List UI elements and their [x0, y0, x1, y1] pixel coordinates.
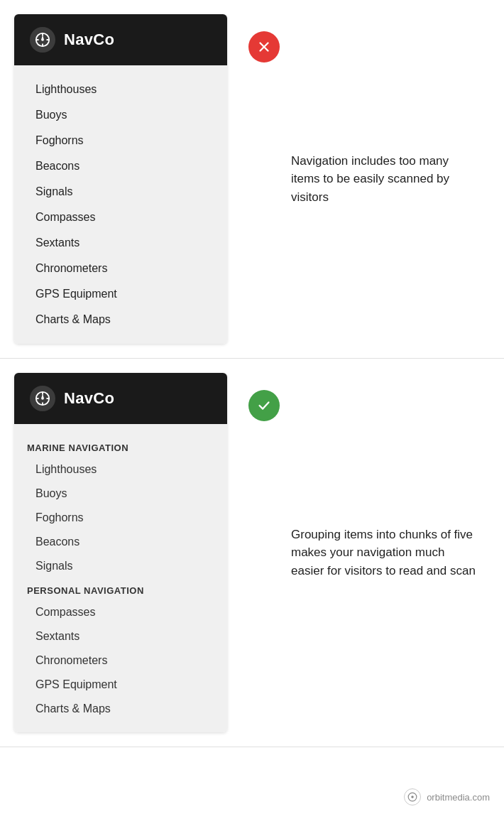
- nav-item-sextants-1[interactable]: Sextants: [14, 230, 227, 256]
- section-2: NavCo MARINE NAVIGATION Lighthouses Buoy…: [0, 359, 504, 747]
- error-icon: [248, 31, 280, 63]
- nav-panel-1: NavCo Lighthouses Buoys Foghorns Beacons…: [14, 14, 227, 344]
- nav-item-beacons-2[interactable]: Beacons: [14, 530, 227, 554]
- footer-url: orbitmedia.com: [427, 792, 490, 803]
- nav-item-lighthouses-2[interactable]: Lighthouses: [14, 457, 227, 482]
- nav-logo-icon-2: [30, 386, 55, 411]
- nav-item-buoys-1[interactable]: Buoys: [14, 102, 227, 128]
- nav-item-sextants-2[interactable]: Sextants: [14, 624, 227, 649]
- nav-item-compasses-2[interactable]: Compasses: [14, 600, 227, 624]
- feedback-text-1: Navigation includes too many items to be…: [291, 152, 476, 207]
- nav-group-header-marine: MARINE NAVIGATION: [14, 435, 227, 457]
- nav-body-2: MARINE NAVIGATION Lighthouses Buoys Fogh…: [14, 424, 227, 732]
- svg-point-15: [411, 796, 414, 798]
- footer: orbitmedia.com: [404, 788, 490, 805]
- nav-item-signals-1[interactable]: Signals: [14, 179, 227, 205]
- success-icon: [248, 390, 280, 421]
- nav-panel-2: NavCo MARINE NAVIGATION Lighthouses Buoy…: [14, 373, 227, 732]
- nav-item-lighthouses-1[interactable]: Lighthouses: [14, 77, 227, 102]
- nav-item-signals-2[interactable]: Signals: [14, 554, 227, 578]
- feedback-area-1: Navigation includes too many items to be…: [227, 14, 490, 344]
- nav-item-foghorns-2[interactable]: Foghorns: [14, 506, 227, 530]
- nav-item-chronometers-2[interactable]: Chronometers: [14, 649, 227, 673]
- feedback-text-2: Grouping items into chunks of five makes…: [291, 526, 476, 580]
- svg-marker-13: [41, 394, 44, 398]
- nav-header-2: NavCo: [14, 373, 227, 424]
- nav-item-foghorns-1[interactable]: Foghorns: [14, 128, 227, 153]
- nav-brand-name-2: NavCo: [64, 389, 114, 408]
- nav-item-beacons-1[interactable]: Beacons: [14, 153, 227, 179]
- nav-brand-name-1: NavCo: [64, 31, 114, 49]
- nav-item-charts-2[interactable]: Charts & Maps: [14, 697, 227, 721]
- nav-item-chronometers-1[interactable]: Chronometers: [14, 256, 227, 281]
- svg-marker-6: [41, 35, 44, 40]
- nav-logo-icon-1: [30, 27, 55, 53]
- nav-item-charts-1[interactable]: Charts & Maps: [14, 307, 227, 332]
- feedback-area-2: Grouping items into chunks of five makes…: [227, 373, 490, 732]
- nav-item-gps-1[interactable]: GPS Equipment: [14, 281, 227, 307]
- nav-group-header-personal: PERSONAL NAVIGATION: [14, 578, 227, 600]
- nav-body-1: Lighthouses Buoys Foghorns Beacons Signa…: [14, 65, 227, 344]
- nav-header-1: NavCo: [14, 14, 227, 65]
- nav-item-gps-2[interactable]: GPS Equipment: [14, 673, 227, 697]
- footer-logo: [404, 788, 421, 805]
- section-1: NavCo Lighthouses Buoys Foghorns Beacons…: [0, 0, 504, 359]
- nav-item-buoys-2[interactable]: Buoys: [14, 482, 227, 506]
- nav-item-compasses-1[interactable]: Compasses: [14, 205, 227, 230]
